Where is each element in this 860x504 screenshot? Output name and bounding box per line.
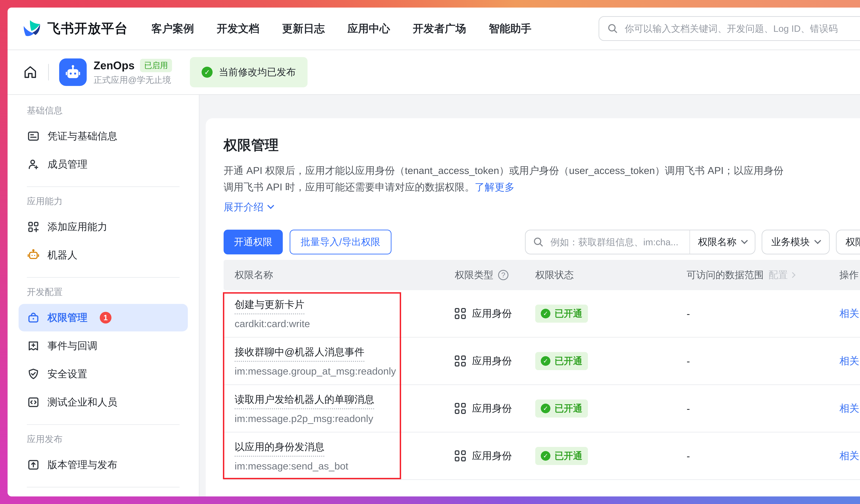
permission-name[interactable]: 接收群聊中@机器人消息事件 (234, 345, 364, 362)
app-meta: ZenOps 已启用 正式应用@学无止境 (94, 59, 172, 86)
check-icon: ✓ (541, 356, 550, 366)
status-badge: ✓ 已开通 (535, 447, 588, 465)
sidebar-item-credentials[interactable]: 凭证与基础信息 (18, 122, 188, 150)
filter-permission-name[interactable]: 权限名称 (690, 230, 755, 254)
publish-status-text: 当前修改均已发布 (219, 66, 296, 79)
toolbar: 开通权限 批量导入/导出权限 (224, 229, 860, 254)
sidebar-item-label: 安全设置 (47, 367, 87, 381)
sidebar-divider (27, 277, 180, 278)
row-actions: 相关 API/事件 关闭 (840, 307, 860, 320)
sidebar-divider (27, 186, 180, 187)
import-export-button[interactable]: 批量导入/导出权限 (290, 229, 391, 254)
nav-item-changelog[interactable]: 更新日志 (282, 21, 325, 36)
sidebar-item-members[interactable]: 成员管理 (18, 151, 188, 178)
robot-icon (27, 249, 40, 262)
sidebar-item-label: 机器人 (47, 248, 77, 262)
nav-menu: 客户案例 开发文档 更新日志 应用中心 开发者广场 智能助手 (152, 21, 531, 36)
grant-permission-button[interactable]: 开通权限 (224, 229, 283, 254)
app-identity-icon (455, 403, 466, 414)
permission-name[interactable]: 读取用户发给机器人的单聊消息 (234, 393, 374, 409)
table-header: 权限名称 权限类型 ? 权限状态 可访问的数据范围 配置 (224, 260, 860, 290)
configure-link[interactable]: 配置 (769, 268, 794, 282)
table-row: 读取用户发给机器人的单聊消息 im:message.p2p_msg:readon… (224, 385, 860, 432)
col-permission-name: 权限名称 (224, 268, 455, 282)
learn-more-link[interactable]: 了解更多 (475, 181, 515, 193)
permissions-table: 权限名称 权限类型 ? 权限状态 可访问的数据范围 配置 (224, 260, 860, 480)
nav-right: 开发者后台 (599, 16, 860, 41)
main-content: 权限管理 开通 API 权限后，应用才能以应用身份（tenant_access_… (200, 95, 860, 496)
nav-item-ai-assistant[interactable]: 智能助手 (489, 21, 531, 36)
col-permission-type: 权限类型 ? (455, 268, 535, 282)
expand-intro-link[interactable]: 展开介绍 (224, 199, 273, 214)
check-icon: ✓ (541, 451, 550, 461)
code-icon (27, 396, 40, 409)
filter-label: 权限类型 (846, 236, 860, 249)
permission-name[interactable]: 以应用的身份发消息 (234, 440, 325, 457)
data-range-cell: - (687, 450, 840, 462)
id-card-icon (27, 130, 40, 143)
nav-item-dev-docs[interactable]: 开发文档 (217, 21, 259, 36)
permission-search-group: 权限名称 (525, 229, 756, 254)
sidebar-item-label: 事件与回调 (47, 339, 97, 353)
help-icon[interactable]: ? (498, 270, 508, 280)
sidebar-item-version-release[interactable]: 版本管理与发布 (18, 451, 188, 478)
sidebar-section-dev-config: 开发配置 (18, 286, 188, 298)
search-icon (533, 237, 544, 247)
chevron-down-icon (267, 202, 274, 209)
page-description: 开通 API 权限后，应用才能以应用身份（tenant_access_token… (224, 162, 860, 195)
home-icon[interactable] (23, 65, 38, 80)
permission-name[interactable]: 创建与更新卡片 (234, 298, 304, 314)
related-api-link[interactable]: 相关 API/事件 (840, 354, 860, 368)
app-identity-icon (455, 450, 466, 461)
permission-search-input[interactable] (549, 236, 682, 248)
notification-badge: 1 (100, 312, 112, 324)
feishu-logo-icon (23, 19, 41, 38)
row-actions: 相关 API/事件 关闭 (840, 449, 860, 463)
sidebar-item-add-capability[interactable]: 添加应用能力 (18, 213, 188, 241)
lock-icon (27, 311, 40, 324)
sidebar-section-basic-info: 基础信息 (18, 104, 188, 117)
feishu-open-platform-page: 飞书开放平台 客户案例 开发文档 更新日志 应用中心 开发者广场 智能助手 (8, 8, 860, 496)
grid-add-icon (27, 220, 40, 234)
sidebar-item-label: 版本管理与发布 (47, 458, 117, 472)
table-row: 以应用的身份发消息 im:message:send_as_bot 应用身份 ✓ … (224, 432, 860, 480)
sidebar-item-bot[interactable]: 机器人 (18, 241, 188, 269)
col-data-scope: 可访问的数据范围 配置 (687, 268, 840, 282)
col-actions: 操作 (840, 268, 860, 282)
event-callback-icon (27, 339, 40, 352)
filter-business-module[interactable]: 业务模块 (762, 229, 830, 254)
sidebar-section-capabilities: 应用能力 (18, 195, 188, 208)
permission-scope: im:message:send_as_bot (234, 460, 455, 472)
nav-item-customer-cases[interactable]: 客户案例 (152, 21, 194, 36)
related-api-link[interactable]: 相关 API/事件 (840, 307, 860, 320)
nav-item-developer-plaza[interactable]: 开发者广场 (413, 21, 466, 36)
global-search[interactable] (599, 16, 860, 41)
sidebar-item-security[interactable]: 安全设置 (18, 360, 188, 388)
sidebar-item-test-enterprise[interactable]: 测试企业和人员 (18, 388, 188, 416)
nav-item-app-center[interactable]: 应用中心 (347, 21, 390, 36)
global-search-input[interactable] (623, 23, 860, 34)
data-range-cell: - (687, 308, 840, 320)
permission-scope: cardkit:card:write (234, 318, 455, 329)
brand[interactable]: 飞书开放平台 (23, 19, 128, 38)
sidebar-item-events[interactable]: 事件与回调 (18, 332, 188, 360)
app-subtitle: 正式应用@学无止境 (94, 74, 172, 86)
user-add-icon (27, 158, 40, 171)
related-api-link[interactable]: 相关 API/事件 (840, 449, 860, 463)
expand-intro-label: 展开介绍 (224, 199, 263, 214)
permission-search[interactable] (526, 230, 689, 254)
table-row: 接收群聊中@机器人消息事件 im:message.group_at_msg:re… (224, 338, 860, 385)
app-identity-icon (455, 308, 466, 319)
related-api-link[interactable]: 相关 API/事件 (840, 402, 860, 415)
description-line1: 开通 API 权限后，应用才能以应用身份（tenant_access_token… (224, 165, 784, 176)
permission-type-cell: 应用身份 (455, 402, 535, 415)
filter-permission-type[interactable]: 权限类型 (836, 229, 860, 254)
publish-arrow-icon (27, 458, 40, 471)
sidebar-item-permissions[interactable]: 权限管理 1 (18, 304, 188, 331)
brand-name: 飞书开放平台 (47, 20, 128, 38)
app-enabled-badge: 已启用 (140, 59, 172, 72)
status-badge: ✓ 已开通 (535, 305, 588, 323)
filters: 权限名称 业务模块 权限类型 (525, 229, 860, 254)
app-icon-robot (59, 58, 87, 86)
data-range-cell: - (687, 403, 840, 414)
